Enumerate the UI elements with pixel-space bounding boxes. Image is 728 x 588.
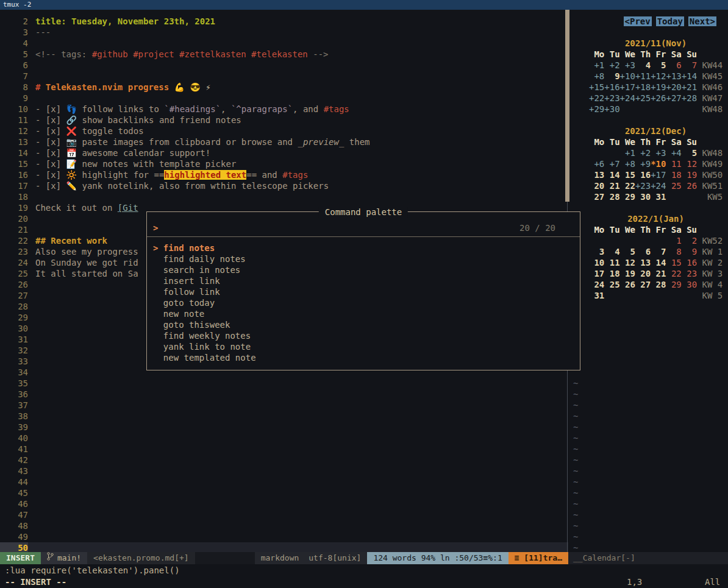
calendar-day[interactable]: 9: [682, 247, 697, 257]
palette-item[interactable]: goto thisweek: [153, 319, 574, 330]
calendar-day[interactable]: 2: [682, 236, 697, 246]
editor-line[interactable]: 41: [0, 444, 568, 455]
editor-line[interactable]: 9: [0, 93, 568, 104]
calendar-day[interactable]: 11: [604, 258, 619, 267]
calendar-day[interactable]: +17: [620, 82, 635, 92]
calendar-day[interactable]: 4: [635, 60, 651, 70]
calendar-day[interactable]: +13: [666, 71, 681, 81]
calendar-prev-button[interactable]: <Prev: [624, 16, 652, 26]
calendar-day[interactable]: +15: [589, 82, 604, 92]
calendar-day[interactable]: 25: [666, 181, 681, 191]
calendar-day[interactable]: 18: [666, 170, 681, 180]
editor-line[interactable]: 39: [0, 422, 568, 433]
calendar-day[interactable]: 25: [604, 280, 619, 289]
calendar-day[interactable]: 30: [682, 280, 697, 289]
calendar-day[interactable]: +16: [604, 82, 619, 92]
calendar-day[interactable]: +2: [604, 60, 619, 70]
palette-item[interactable]: find daily notes: [153, 253, 574, 264]
calendar-day[interactable]: 29: [620, 192, 635, 202]
calendar-day[interactable]: 20: [635, 269, 651, 278]
calendar-day[interactable]: +12: [651, 71, 666, 81]
calendar-day[interactable]: 29: [666, 280, 681, 289]
calendar-day[interactable]: 12: [682, 159, 697, 169]
calendar-day[interactable]: 30: [635, 192, 651, 202]
calendar-day[interactable]: +25: [635, 93, 651, 103]
calendar-day[interactable]: 13: [635, 258, 651, 267]
calendar-day[interactable]: +14: [682, 71, 697, 81]
calendar-day[interactable]: 1: [666, 236, 681, 246]
editor-line[interactable]: 40: [0, 433, 568, 444]
palette-item[interactable]: follow link: [153, 286, 574, 297]
calendar-day[interactable]: 12: [620, 258, 635, 267]
editor-line[interactable]: 49: [0, 531, 568, 542]
editor-line[interactable]: 35: [0, 378, 568, 389]
calendar-day[interactable]: +23: [604, 93, 619, 103]
editor-line[interactable]: 13- [x] 📷 paste images from clipboard or…: [0, 136, 568, 147]
calendar-day[interactable]: +22: [589, 93, 604, 103]
editor-line[interactable]: 3---: [0, 27, 568, 38]
calendar-today-button[interactable]: Today: [656, 16, 684, 26]
calendar-day[interactable]: 28: [604, 192, 619, 202]
calendar-day[interactable]: +4: [666, 148, 681, 158]
calendar-day[interactable]: +3: [620, 60, 635, 70]
editor-line[interactable]: 15- [x] 📝 new notes with template picker: [0, 158, 568, 169]
palette-item[interactable]: new templated note: [153, 352, 574, 363]
editor-line[interactable]: 10- [x] 👣 follow links to `#headings`, `…: [0, 104, 568, 115]
calendar-day[interactable]: +28: [682, 93, 697, 103]
editor-line[interactable]: 36: [0, 389, 568, 400]
calendar-day[interactable]: 9: [604, 71, 619, 81]
calendar-day[interactable]: 8: [666, 247, 681, 257]
calendar-day[interactable]: 26: [682, 181, 697, 191]
calendar-day[interactable]: 16: [635, 170, 651, 180]
calendar-day[interactable]: 14: [604, 170, 619, 180]
calendar-day[interactable]: +20: [666, 82, 681, 92]
calendar-day[interactable]: 20: [589, 181, 604, 191]
palette-item[interactable]: find weekly notes: [153, 330, 574, 341]
editor-line[interactable]: 38: [0, 411, 568, 422]
editor-line[interactable]: 6: [0, 60, 568, 71]
editor-line[interactable]: 14- [x] 📅 awesome calendar support!: [0, 147, 568, 158]
scrollbar-thumb[interactable]: [565, 10, 569, 202]
editor-line[interactable]: 44: [0, 476, 568, 487]
palette-item[interactable]: yank link to note: [153, 341, 574, 352]
palette-item[interactable]: > find notes: [153, 243, 574, 253]
calendar-day[interactable]: 3: [589, 247, 604, 257]
calendar-day[interactable]: 15: [620, 170, 635, 180]
calendar-day[interactable]: 6: [666, 60, 681, 70]
editor-line[interactable]: 5<!-- tags: #github #project #zettelkast…: [0, 49, 568, 60]
editor-line[interactable]: 8# Telekasten.nvim progress 💪 😎 ⚡: [0, 82, 568, 93]
calendar-day[interactable]: +23: [635, 181, 651, 191]
calendar-day[interactable]: 27: [589, 192, 604, 202]
calendar-day[interactable]: +11: [635, 71, 651, 81]
editor-line[interactable]: 42: [0, 455, 568, 466]
calendar-day[interactable]: 16: [682, 258, 697, 267]
calendar-day[interactable]: 10: [589, 258, 604, 267]
calendar-day[interactable]: +7: [604, 159, 619, 169]
calendar-day[interactable]: *10: [651, 159, 666, 169]
calendar-day[interactable]: 27: [635, 280, 651, 289]
calendar-panel[interactable]: <PrevTodayNext> 2021/11(Nov) Mo Tu We Th…: [569, 10, 728, 552]
calendar-day[interactable]: +26: [651, 93, 666, 103]
calendar-day[interactable]: 4: [604, 247, 619, 257]
calendar-day[interactable]: +17: [651, 170, 666, 180]
calendar-day[interactable]: 21: [604, 181, 619, 191]
calendar-day[interactable]: 17: [589, 269, 604, 278]
calendar-day[interactable]: 28: [651, 280, 666, 289]
calendar-day[interactable]: +19: [651, 82, 666, 92]
calendar-day[interactable]: 24: [589, 280, 604, 289]
editor-line[interactable]: 7: [0, 71, 568, 82]
editor-line[interactable]: 17- [x] ✏️ yank notelink, also from wthi…: [0, 180, 568, 191]
calendar-day[interactable]: +24: [620, 93, 635, 103]
calendar-day[interactable]: 31: [589, 291, 604, 300]
calendar-day[interactable]: 19: [682, 170, 697, 180]
editor-line[interactable]: 16- [x] 🔆 highlight for ==highlighted te…: [0, 169, 568, 180]
calendar-day[interactable]: 14: [651, 258, 666, 267]
calendar-day[interactable]: 5: [620, 247, 635, 257]
calendar-day[interactable]: +9: [635, 159, 651, 169]
editor-line[interactable]: 45: [0, 487, 568, 498]
command-line[interactable]: :lua require('telekasten').panel(): [0, 564, 728, 576]
calendar-day[interactable]: 31: [651, 192, 666, 202]
calendar-day[interactable]: 7: [651, 247, 666, 257]
editor-line[interactable]: 2title: Tuesday, November 23th, 2021: [0, 16, 568, 27]
calendar-day[interactable]: 13: [589, 170, 604, 180]
